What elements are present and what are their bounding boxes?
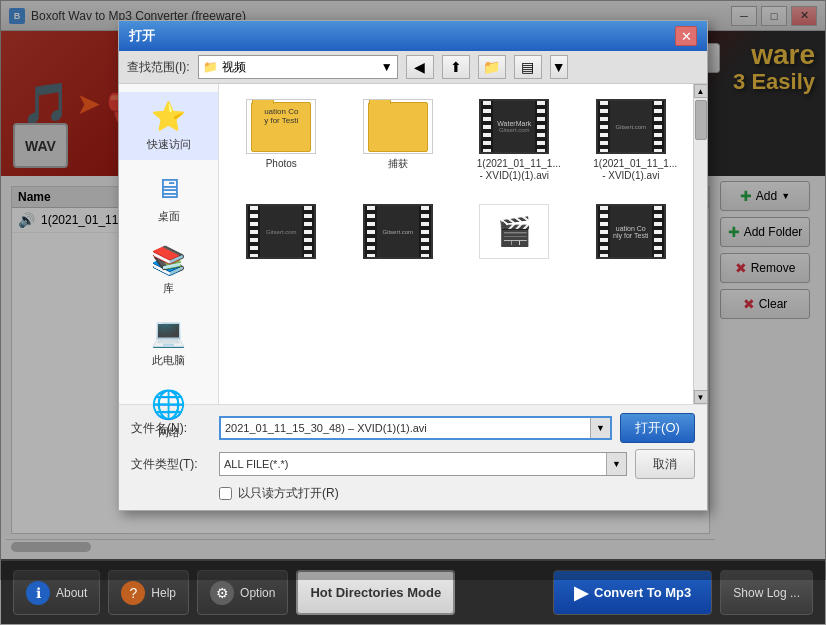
readonly-label[interactable]: 以只读方式打开(R)	[238, 485, 339, 502]
nav-label-computer: 此电脑	[152, 353, 185, 368]
capture-label: 捕获	[388, 158, 408, 170]
dialog-body: ⭐ 快速访问 🖥 桌面 📚 库 💻 此电脑	[119, 84, 707, 404]
capture-thumb	[363, 99, 433, 154]
nav-up-button[interactable]: ⬆	[442, 55, 470, 79]
video1-thumb: WaterMark Gitsert.com	[479, 99, 549, 154]
dialog-bottom: 文件名(N): ▼ 打开(O) 文件类型(T): ▼	[119, 404, 707, 510]
photos-label: Photos	[266, 158, 297, 170]
file-item-capture[interactable]: 捕获	[344, 92, 453, 189]
readonly-checkbox[interactable]	[219, 487, 232, 500]
dialog-title-bar: 打开 ✕	[119, 21, 707, 51]
star-icon: ⭐	[151, 100, 186, 133]
desktop-icon: 🖥	[155, 172, 183, 205]
computer-icon: 💻	[151, 316, 186, 349]
nav-label-library: 库	[163, 281, 174, 296]
video3-thumb: Gitsert.com	[246, 204, 316, 259]
dialog-title: 打开	[129, 27, 155, 45]
location-select[interactable]: 📁 视频 ▼	[198, 55, 398, 79]
library-icon: 📚	[151, 244, 186, 277]
filename-label: 文件名(N):	[131, 420, 211, 437]
dialog-close-button[interactable]: ✕	[675, 26, 697, 46]
readonly-row: 以只读方式打开(R)	[219, 485, 695, 502]
open-label: 打开(O)	[635, 419, 680, 437]
dialog-toolbar: 查找范围(I): 📁 视频 ▼ ◀ ⬆ 📁 ▤ ▼	[119, 51, 707, 84]
file-item-video1[interactable]: WaterMark Gitsert.com 1(2021_01_11_1...-…	[460, 92, 569, 189]
dropdown-icon: ▼	[381, 60, 393, 74]
nav-desktop[interactable]: 🖥 桌面	[119, 164, 218, 232]
nav-label-desktop: 桌面	[158, 209, 180, 224]
file-item-clap[interactable]: 🎬	[460, 197, 569, 270]
nav-quick-access[interactable]: ⭐ 快速访问	[119, 92, 218, 160]
nav-label-quick: 快速访问	[147, 137, 191, 152]
file-item-photos[interactable]: uation Coy for Testi Photos	[227, 92, 336, 189]
video2-label: 1(2021_01_11_1...- XVID(1).avi	[593, 158, 668, 182]
about-label: About	[56, 586, 87, 600]
show-log-label: Show Log ...	[733, 586, 800, 600]
convert-label: Convert To Mp3	[594, 585, 691, 600]
view-button[interactable]: ▤	[514, 55, 542, 79]
cancel-button[interactable]: 取消	[635, 449, 695, 479]
play-icon: ▶	[574, 582, 588, 604]
view-dropdown-button[interactable]: ▼	[550, 55, 568, 79]
nav-computer[interactable]: 💻 此电脑	[119, 308, 218, 376]
open-button[interactable]: 打开(O)	[620, 413, 695, 443]
photos-thumb: uation Coy for Testi	[246, 99, 316, 154]
help-icon: ?	[121, 581, 145, 605]
location-value: 视频	[222, 59, 246, 76]
filename-dropdown-button[interactable]: ▼	[590, 418, 610, 438]
nav-back-button[interactable]: ◀	[406, 55, 434, 79]
filetype-dropdown-button[interactable]: ▼	[606, 453, 626, 475]
file-item-video2[interactable]: Gitsert.com 1(2021_01_11_1...- XVID(1).a…	[577, 92, 686, 189]
scroll-up-button[interactable]: ▲	[694, 84, 708, 98]
clap-icon: 🎬	[497, 215, 532, 248]
filetype-row: 文件类型(T): ▼ 取消	[131, 449, 695, 479]
video1-label: 1(2021_01_11_1...- XVID(1)(1).avi	[477, 158, 552, 182]
network-icon: 🌐	[151, 388, 186, 421]
vertical-scrollbar[interactable]: ▲ ▼	[693, 84, 707, 404]
cancel-label: 取消	[653, 456, 677, 473]
file-grid: uation Coy for Testi Photos	[227, 92, 685, 278]
clap-thumb: 🎬	[479, 204, 549, 259]
folder-icon: 📁	[203, 60, 218, 74]
video4-thumb: Gitsert.com	[363, 204, 433, 259]
nav-sidebar: ⭐ 快速访问 🖥 桌面 📚 库 💻 此电脑	[119, 84, 219, 404]
dialog-overlay: 打开 ✕ 查找范围(I): 📁 视频 ▼ ◀ ⬆ 📁 ▤ ▼	[0, 0, 826, 580]
scroll-thumb[interactable]	[695, 100, 707, 140]
file-grid-area[interactable]: uation Coy for Testi Photos	[219, 84, 693, 404]
video2-thumb: Gitsert.com	[596, 99, 666, 154]
filetype-label: 文件类型(T):	[131, 456, 211, 473]
filetype-select-wrapper[interactable]: ▼	[219, 452, 627, 476]
hot-mode-label: Hot Directories Mode	[310, 585, 441, 600]
file-item-video4[interactable]: Gitsert.com	[344, 197, 453, 270]
filetype-input[interactable]	[220, 453, 606, 475]
main-window: B Boxoft Wav to Mp3 Converter (freeware)…	[0, 0, 826, 625]
scroll-down-button[interactable]: ▼	[694, 390, 708, 404]
nav-library[interactable]: 📚 库	[119, 236, 218, 304]
new-folder-button[interactable]: 📁	[478, 55, 506, 79]
location-label: 查找范围(I):	[127, 59, 190, 76]
option-label: Option	[240, 586, 275, 600]
filename-input[interactable]	[221, 418, 590, 438]
option-icon: ⚙	[210, 581, 234, 605]
nav-network[interactable]: 🌐 网络	[119, 380, 218, 448]
filename-input-wrapper[interactable]: ▼	[219, 416, 612, 440]
file-item-video3[interactable]: Gitsert.com	[227, 197, 336, 270]
help-label: Help	[151, 586, 176, 600]
open-file-dialog: 打开 ✕ 查找范围(I): 📁 视频 ▼ ◀ ⬆ 📁 ▤ ▼	[118, 20, 708, 511]
about-icon: ℹ	[26, 581, 50, 605]
file-item-video5[interactable]: uation Co nly for Testi	[577, 197, 686, 270]
video5-thumb: uation Co nly for Testi	[596, 204, 666, 259]
